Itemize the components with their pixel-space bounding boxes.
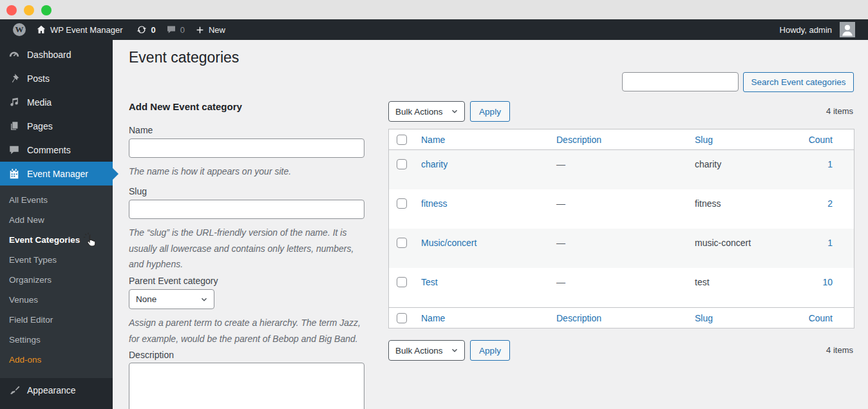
column-footer-name[interactable]: Name [415,313,550,323]
sidebar-item-event-manager[interactable]: Event Manager [0,162,113,185]
search-button[interactable]: Search Event categories [743,72,854,92]
window-titlebar [0,0,868,19]
category-slug: music-concert [688,229,795,248]
category-count-link[interactable]: 10 [795,268,854,287]
submenu-item-event-types[interactable]: Event Types [0,250,113,270]
comments-menu[interactable]: 0 [161,19,190,40]
sidebar-item-label: Posts [27,73,50,84]
row-checkbox[interactable] [397,198,407,209]
categories-table: Name Description Slug Count charity — ch… [388,129,854,328]
current-menu-arrow [113,168,118,180]
category-count-link[interactable]: 1 [795,150,854,169]
submenu-item-add-new[interactable]: Add New [0,210,113,230]
submenu-label: Settings [9,335,41,345]
category-name-link[interactable]: Test [415,268,550,287]
paintbrush-icon [8,385,20,396]
wp-admin-bar: W WP Event Manager 0 0 New Howdy, admin [0,19,868,40]
wp-logo-menu[interactable]: W [8,19,31,40]
updates-count: 0 [151,25,155,35]
description-field[interactable] [129,363,364,409]
category-name-link[interactable]: fitness [415,189,550,209]
sidebar-item-pages[interactable]: Pages [0,114,113,138]
submenu-item-settings[interactable]: Settings [0,330,113,350]
column-footer-description[interactable]: Description [550,313,688,323]
media-icon [8,97,20,108]
new-label: New [209,25,225,35]
wordpress-logo-icon: W [13,23,26,36]
add-category-form: Add New Event category Name The name is … [129,40,367,409]
maximize-window-button[interactable] [41,5,52,15]
pushpin-icon [8,73,20,84]
submenu-item-all-events[interactable]: All Events [0,190,113,210]
updates-icon [137,24,147,35]
apply-button-top[interactable]: Apply [470,101,510,122]
bulk-actions-value: Bulk Actions [395,346,443,356]
submenu-label: Venues [9,295,38,305]
category-count-link[interactable]: 1 [795,229,854,248]
category-name-link[interactable]: charity [415,150,550,169]
apply-button-bottom[interactable]: Apply [470,340,510,361]
category-description: — [550,150,688,169]
submenu-label: All Events [9,195,48,205]
categories-list-panel: Search Event categories Bulk Actions App… [388,40,854,409]
event-manager-submenu: All Events Add New Event Categories Even… [0,185,113,378]
my-account-menu[interactable]: Howdy, admin [775,19,860,40]
slug-help: The “slug” is the URL-friendly version o… [129,225,368,272]
site-name-link[interactable]: WP Event Manager [31,19,127,40]
row-checkbox[interactable] [397,277,407,287]
category-name-link[interactable]: Music/concert [415,229,550,248]
submenu-label: Organizers [9,275,52,285]
new-content-menu[interactable]: New [190,19,231,40]
sidebar-item-label: Appearance [27,385,76,395]
column-header-slug[interactable]: Slug [688,135,795,145]
select-all-checkbox-bottom[interactable] [397,313,407,323]
parent-category-select[interactable]: None [129,289,214,309]
bulk-actions-select-top[interactable]: Bulk Actions [388,101,465,122]
submenu-item-field-editor[interactable]: Field Editor [0,310,113,330]
name-field[interactable] [129,138,364,158]
calendar-icon [8,168,20,180]
dashboard-icon [8,49,20,61]
bulk-actions-value: Bulk Actions [395,107,443,117]
sidebar-item-comments[interactable]: Comments [0,138,113,162]
column-header-description[interactable]: Description [550,135,688,145]
sidebar-item-posts[interactable]: Posts [0,66,113,90]
submenu-label: Add-ons [9,355,41,365]
items-count-top: 4 items [826,106,853,116]
updates-menu[interactable]: 0 [131,19,160,40]
search-input[interactable] [622,72,739,91]
category-description: — [550,268,688,287]
slug-field[interactable] [129,200,364,219]
category-slug: fitness [688,189,795,209]
table-row: Music/concert — music-concert 1 [389,229,854,268]
form-heading: Add New Event category [129,101,242,112]
submenu-item-venues[interactable]: Venues [0,290,113,310]
bulk-actions-select-bottom[interactable]: Bulk Actions [388,340,465,361]
column-header-name[interactable]: Name [415,135,550,145]
avatar [840,22,855,37]
sidebar-item-dashboard[interactable]: Dashboard [0,43,113,66]
submenu-label: Event Categories [9,235,80,245]
home-icon [36,24,46,35]
row-checkbox[interactable] [397,159,407,169]
submenu-item-organizers[interactable]: Organizers [0,270,113,290]
column-footer-slug[interactable]: Slug [688,313,795,323]
minimize-window-button[interactable] [24,5,34,15]
close-window-button[interactable] [6,5,17,15]
column-footer-count[interactable]: Count [795,313,854,323]
description-label: Description [129,350,174,360]
comments-count: 0 [180,25,185,35]
parent-label: Parent Event category [129,276,218,286]
submenu-item-add-ons[interactable]: Add-ons [0,350,113,370]
sidebar-item-media[interactable]: Media [0,90,113,114]
sidebar-item-label: Media [27,97,52,108]
row-checkbox[interactable] [397,238,407,248]
admin-sidebar: Dashboard Posts Media Pages Comments Eve… [0,40,113,409]
category-count-link[interactable]: 2 [795,189,854,209]
select-all-checkbox[interactable] [397,135,407,145]
submenu-item-event-categories[interactable]: Event Categories [0,230,113,250]
name-help: The name is how it appears on your site. [129,164,291,180]
column-header-count[interactable]: Count [795,135,854,145]
table-row: Test — test 10 [389,268,854,307]
sidebar-item-appearance[interactable]: Appearance [0,378,113,402]
